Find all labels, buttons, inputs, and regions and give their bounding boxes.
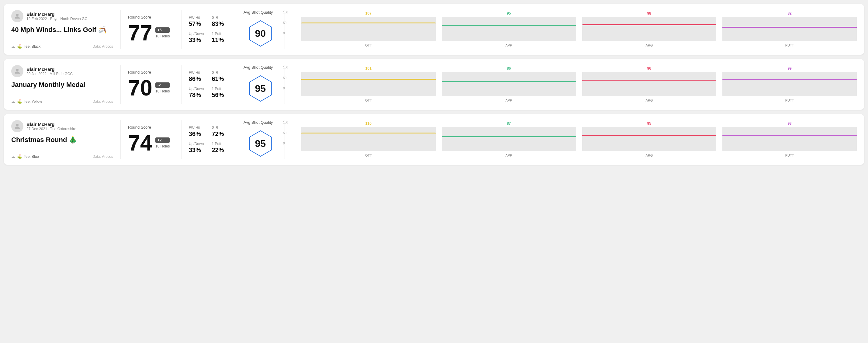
avatar	[11, 120, 23, 132]
bar-wrapper	[301, 127, 436, 151]
stats-section: FW Hit86%GIR61%Up/Down78%1 Putt56%	[182, 65, 236, 104]
score-row: 70-218 Holes	[128, 77, 174, 99]
bar-group: 95ARG	[582, 121, 717, 157]
stat-label: FW Hit	[189, 126, 206, 130]
data-source: Data: Arccos	[92, 99, 113, 104]
bar-background	[301, 17, 436, 41]
bar-group: 101OTT	[301, 66, 436, 102]
bar-label: ARG	[646, 43, 653, 47]
bar-value-label: 110	[366, 121, 372, 126]
bar-group: 87APP	[442, 121, 576, 157]
score-details: +518 Holes	[155, 27, 169, 38]
bar-fill	[722, 27, 857, 28]
bar-fill	[722, 79, 857, 80]
bar-group: 96ARG	[582, 66, 717, 102]
score-section: Round Score77+518 Holes	[121, 10, 182, 49]
stat-value: 36%	[189, 130, 206, 137]
chart-y-labels: 100500	[283, 66, 288, 90]
bar-background	[301, 127, 436, 151]
bar-fill	[301, 23, 436, 23]
user-header: Blair McHarg27 Dec 2021 · The Oxfordshir…	[11, 120, 113, 132]
stat-item: 1 Putt11%	[212, 32, 229, 43]
bag-icon: ⛳	[17, 99, 22, 104]
stat-value: 78%	[189, 92, 206, 98]
score-section: Round Score74+218 Holes	[121, 120, 182, 159]
bar-label: PUTT	[785, 98, 794, 102]
bar-value-label: 95	[507, 11, 511, 15]
user-info: Blair McHarg27 Dec 2021 · The Oxfordshir…	[26, 122, 76, 131]
avg-shot-quality-label: Avg Shot Quality	[244, 10, 273, 14]
bar-label: ARG	[646, 154, 653, 157]
bar-value-label: 101	[366, 66, 372, 70]
round-score-label: Round Score	[128, 15, 174, 20]
score-details: +218 Holes	[155, 137, 169, 148]
bar-group: 107OTT	[301, 11, 436, 47]
avg-shot-quality-label: Avg Shot Quality	[244, 65, 273, 70]
bar-value-label: 86	[507, 66, 511, 70]
chart-y-label: 100	[283, 121, 288, 124]
tee-info: ☁ ⛳ Tee: Blue	[11, 154, 39, 159]
bar-wrapper	[722, 17, 857, 41]
stat-item: Up/Down33%	[189, 142, 206, 154]
stat-value: 83%	[212, 20, 229, 27]
user-name: Blair McHarg	[26, 122, 76, 127]
stat-item: Up/Down78%	[189, 87, 206, 98]
user-meta: 29 Jan 2022 · Mill Ride GCC	[26, 72, 73, 76]
bar-wrapper	[582, 17, 717, 41]
card-footer: ☁ ⛳ Tee: Blue Data: Arccos	[11, 154, 113, 159]
tee-info: ☁ ⛳ Tee: Yellow	[11, 99, 42, 104]
quality-section: Avg Shot Quality90	[236, 10, 285, 49]
bar-fill	[582, 24, 717, 25]
stat-label: Up/Down	[189, 87, 206, 91]
bar-value-label: 107	[366, 11, 372, 15]
bar-label: PUTT	[785, 43, 794, 47]
round-title: January Monthly Medal	[11, 81, 113, 92]
bar-value-label: 95	[647, 121, 651, 126]
bar-fill	[722, 135, 857, 136]
stat-item: FW Hit86%	[189, 70, 206, 83]
chart-baseline	[301, 158, 857, 158]
stat-label: GIR	[212, 126, 229, 130]
card-left-section: Blair McHarg29 Jan 2022 · Mill Ride GCCJ…	[11, 65, 121, 104]
bar-wrapper	[442, 17, 576, 41]
stats-grid: FW Hit36%GIR72%Up/Down33%1 Putt22%	[189, 126, 229, 154]
tee-info: ☁ ⛳ Tee: Black	[11, 44, 40, 49]
avatar	[11, 10, 23, 22]
bar-wrapper	[722, 127, 857, 151]
user-header: Blair McHarg12 Feb 2022 · Royal North De…	[11, 10, 113, 22]
hexagon-container: 95	[247, 73, 274, 104]
bag-icon: ⛳	[17, 44, 22, 49]
stat-item: GIR61%	[212, 70, 229, 83]
bar-fill	[442, 136, 576, 137]
bar-wrapper	[582, 72, 717, 96]
quality-score: 95	[255, 83, 266, 94]
chart-y-label: 100	[283, 11, 288, 14]
chart-y-label: 0	[283, 87, 288, 90]
bar-chart: 110OTT87APP95ARG93PUTT	[301, 121, 857, 157]
bar-wrapper	[442, 72, 576, 96]
chart-y-label: 0	[283, 32, 288, 35]
bar-background	[722, 127, 857, 151]
score-holes: 18 Holes	[155, 34, 169, 38]
tee-label: Tee: Blue	[24, 154, 39, 159]
score-row: 74+218 Holes	[128, 132, 174, 154]
score-number: 74	[128, 132, 152, 154]
score-number: 70	[128, 77, 152, 99]
stat-value: 57%	[189, 20, 206, 27]
user-info: Blair McHarg12 Feb 2022 · Royal North De…	[26, 11, 87, 21]
bar-group: 95APP	[442, 11, 576, 47]
bar-value-label: 82	[787, 11, 792, 15]
chart-wrapper: 100500110OTT87APP95ARG93PUTT	[292, 121, 857, 158]
stats-section: FW Hit57%GIR83%Up/Down33%1 Putt11%	[182, 10, 236, 49]
bar-wrapper	[301, 72, 436, 96]
stat-label: FW Hit	[189, 70, 206, 75]
bar-value-label: 87	[507, 121, 511, 126]
stat-value: 22%	[212, 147, 229, 154]
bar-value-label: 93	[787, 121, 792, 126]
bar-wrapper	[722, 72, 857, 96]
chart-section: 100500110OTT87APP95ARG93PUTT	[285, 120, 857, 159]
bar-group: 93PUTT	[722, 121, 857, 157]
svg-point-0	[16, 14, 19, 16]
bar-label: APP	[505, 98, 512, 102]
chart-section: 100500107OTT95APP98ARG82PUTT	[285, 10, 857, 49]
